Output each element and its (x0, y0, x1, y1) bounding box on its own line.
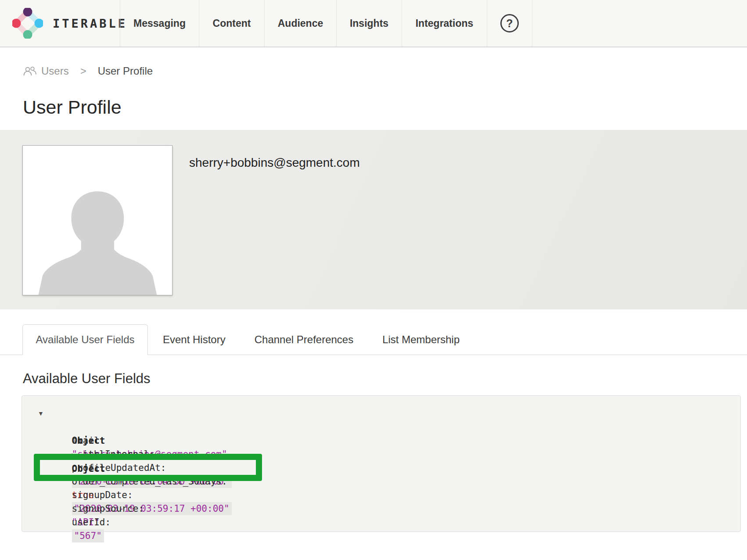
caret-expanded-icon[interactable]: ▼ (38, 407, 44, 420)
nav-item-insights[interactable]: Insights (336, 0, 402, 47)
breadcrumb-users-link[interactable]: Users (23, 65, 69, 77)
nav-item-integrations[interactable]: Integrations (402, 0, 487, 47)
json-value-userid: "567" (72, 529, 104, 542)
tab-list-membership[interactable]: List Membership (368, 325, 474, 355)
page-title: User Profile (23, 97, 747, 118)
breadcrumb-current: User Profile (98, 65, 153, 77)
help-icon: ? (500, 14, 519, 32)
tab-channel-preferences[interactable]: Channel Preferences (241, 325, 367, 355)
json-row-signupsource: signupSource: "API" (22, 488, 740, 502)
json-row-userid: userId: "567" (22, 502, 740, 516)
breadcrumb-users-label: Users (41, 65, 69, 77)
chevron-right-icon: > (80, 65, 86, 77)
breadcrumb: Users > User Profile (23, 65, 747, 77)
nav-item-content[interactable]: Content (199, 0, 264, 47)
profile-hero: sherry+bobbins@segment.com (0, 130, 747, 309)
top-nav: ITERABLE Messaging Content Audience Insi… (0, 0, 747, 47)
nav-item-messaging[interactable]: Messaging (120, 0, 199, 47)
person-silhouette-icon (36, 161, 159, 295)
annotation-highlight-box (34, 454, 262, 481)
nav-item-audience[interactable]: Audience (264, 0, 336, 47)
json-row-itblinternal: ▶itblInternal: Object (22, 434, 740, 448)
user-fields-object-viewer: ▼ Object email: "sherry+bobbins@segment.… (22, 395, 741, 532)
json-key-userid: userId: (72, 517, 111, 528)
user-email: sherry+bobbins@segment.com (189, 156, 360, 309)
profile-tabs: Available User Fields Event History Chan… (0, 324, 747, 355)
help-button[interactable]: ? (487, 0, 532, 47)
tab-event-history[interactable]: Event History (149, 325, 240, 355)
avatar (22, 145, 172, 295)
iterable-diamond-icon (12, 8, 43, 39)
json-row-email: email: "sherry+bobbins@segment.com" (22, 420, 740, 434)
brand-wordmark: ITERABLE (53, 17, 127, 30)
iterable-logo[interactable]: ITERABLE (0, 0, 120, 47)
json-row-root: ▼ Object (22, 407, 740, 420)
users-icon (23, 66, 37, 76)
tab-available-user-fields[interactable]: Available User Fields (22, 324, 148, 355)
section-heading: Available User Fields (23, 371, 747, 387)
